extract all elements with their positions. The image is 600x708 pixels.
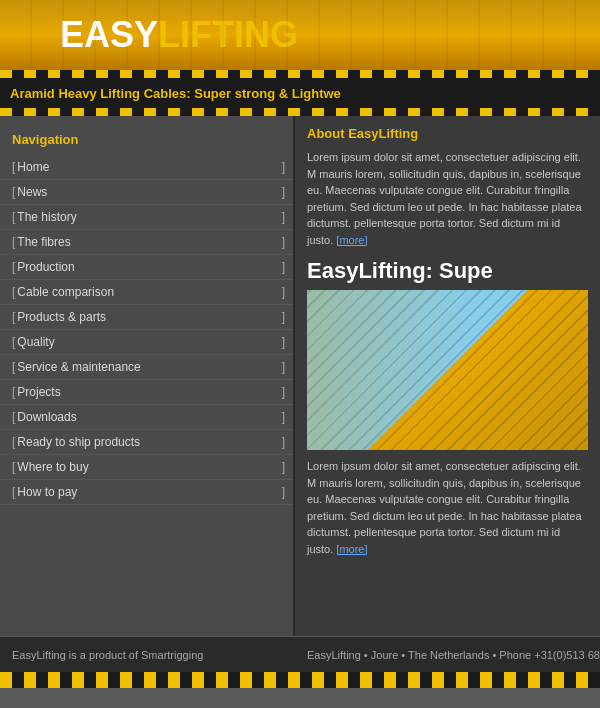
sidebar-item-products[interactable]: Products & parts [0, 305, 293, 330]
sidebar-item-history[interactable]: The history [0, 205, 293, 230]
footer: EasyLifting is a product of Smartrigging… [0, 636, 600, 672]
bottom-stripe [0, 672, 600, 688]
tagline-bar: Aramid Heavy Lifting Cables: Super stron… [0, 78, 600, 108]
footer-product-text: EasyLifting is a product of Smartrigging [12, 649, 203, 661]
sidebar-item-fibres[interactable]: The fibres [0, 230, 293, 255]
nav-heading: Navigation [0, 126, 293, 155]
yellow-stripe-top [0, 70, 600, 78]
yellow-stripe-bottom [0, 108, 600, 116]
logo-lifting: LIFTING [158, 14, 298, 56]
logo-easy: EASY [60, 14, 158, 56]
sidebar-item-how[interactable]: How to pay [0, 480, 293, 505]
big-headline: EasyLifting: Supe [307, 258, 588, 284]
sidebar-item-quality[interactable]: Quality [0, 330, 293, 355]
sidebar-item-news[interactable]: News [0, 180, 293, 205]
footer-left: EasyLifting is a product of Smartrigging [0, 649, 295, 661]
sidebar-item-where[interactable]: Where to buy [0, 455, 293, 480]
sidebar-item-downloads[interactable]: Downloads [0, 405, 293, 430]
sidebar-item-production[interactable]: Production [0, 255, 293, 280]
main-layout: Navigation Home News The history The fib… [0, 116, 600, 636]
footer-contact-text: EasyLifting • Joure • The Netherlands • … [307, 649, 600, 661]
content-heading: About EasyLifting [307, 126, 588, 141]
header: EASYLIFTING [0, 0, 600, 70]
sidebar-item-ready[interactable]: Ready to ship products [0, 430, 293, 455]
body-paragraph: Lorem ipsum dolor sit amet, consectetuer… [307, 458, 588, 557]
tagline-text: Aramid Heavy Lifting Cables: Super stron… [10, 86, 341, 101]
sidebar-item-home[interactable]: Home [0, 155, 293, 180]
more-link-1[interactable]: [more] [336, 234, 367, 246]
intro-paragraph: Lorem ipsum dolor sit amet, consectetuer… [307, 149, 588, 248]
more-link-2[interactable]: [more] [336, 543, 367, 555]
sidebar-item-service[interactable]: Service & maintenance [0, 355, 293, 380]
crane-image [307, 290, 588, 450]
sidebar-item-projects[interactable]: Projects [0, 380, 293, 405]
content-area: About EasyLifting Lorem ipsum dolor sit … [295, 116, 600, 636]
sidebar-item-cable-comparison[interactable]: Cable comparison [0, 280, 293, 305]
sidebar: Navigation Home News The history The fib… [0, 116, 295, 636]
footer-right: EasyLifting • Joure • The Netherlands • … [295, 649, 600, 661]
